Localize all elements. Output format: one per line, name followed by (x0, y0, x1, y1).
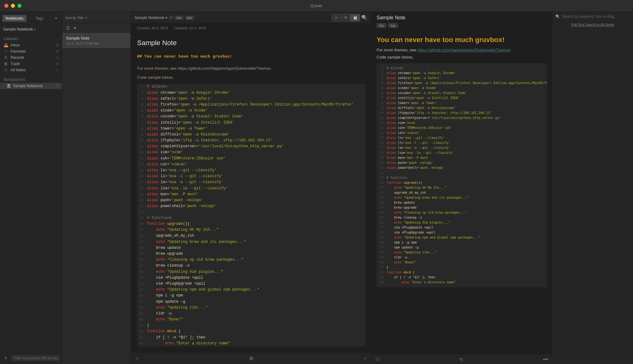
preview-code-line: 33 vim +PlugUpdate +qall (379, 225, 545, 230)
tab-notebooks[interactable]: Notebooks (2, 15, 26, 22)
line-content: function upgrade(){ (147, 221, 365, 227)
app-body: Notebooks Tags + Sample Notebook ▾ LIBRA… (0, 12, 633, 364)
add-notebook-button[interactable]: + (53, 15, 59, 22)
editor-notebook-label: Sample Notebook (135, 16, 164, 20)
more-button[interactable]: ••• (543, 357, 548, 362)
code-line: 39 tldr -u (137, 311, 365, 317)
add-note-button[interactable]: + (2, 355, 9, 362)
line-number: 32 (137, 269, 147, 275)
preview-code-line: 21alias powershell='pwsh -nologo' (379, 165, 545, 170)
right-search-input[interactable] (562, 14, 630, 19)
editor-content[interactable]: Sample Note ## You can never have too mu… (131, 33, 371, 352)
code-line: 29 brew upgrade (137, 251, 365, 257)
close-button[interactable] (4, 4, 8, 8)
preview-code-line: 13alias ssh='TERM=xterm-256color ssh' (379, 125, 545, 130)
nav-prev-button[interactable]: ‹ (134, 354, 140, 362)
sidebar-item-recents[interactable]: ↻ Recents 1 (0, 54, 62, 61)
line-number: 40 (137, 317, 147, 323)
note-list-options-button[interactable]: ▾ (73, 25, 77, 31)
code-line: 20alias pwsh='pwsh -nologo' (137, 197, 365, 203)
code-line: 42function mkcd { (137, 329, 365, 334)
line-content: # aliases (147, 84, 365, 90)
note-item-meta: Jul 4, 2019 🏷 foo, bar (66, 41, 127, 45)
tab-tags[interactable]: Tags (28, 15, 52, 22)
sidebar-search-input[interactable] (12, 355, 59, 361)
preview-code-line: 14alias cat='vimcat' (379, 130, 545, 135)
sidebar-item-recents-label: Recents (11, 55, 54, 60)
preview-code-line: 44 echo "Enter a directory name" (379, 280, 545, 285)
editor-notebook-badge[interactable]: Sample Notebook ▾ (135, 16, 167, 20)
sidebar-header: Notebooks Tags + (0, 12, 62, 25)
preview-code-line: 11alias simplehttpserver='/usr/local/bin… (379, 116, 545, 121)
line-number: 10 (137, 138, 147, 144)
sidebar-item-trash[interactable]: 🗑 Trash 0 (0, 61, 62, 67)
full-text-search-button[interactable]: Full-Text Search in All Notes (552, 21, 633, 28)
preview-code-line: 12alias vim='nvim' (379, 121, 545, 125)
preview-tag-bar[interactable]: bar (388, 23, 398, 28)
line-content: echo "Done!" (147, 317, 365, 323)
preview-plain-text-2: Code sample below, (377, 55, 547, 59)
line-content: echo "Updating brew and its packages..." (147, 239, 365, 245)
code-line: 37 npm update -g (137, 299, 365, 305)
preview-code-line: 19alias man='man -P most' (379, 155, 545, 160)
line-content: alias ls='exa --git --classify' (147, 168, 365, 173)
editor-tag-bar[interactable]: bar (185, 16, 194, 20)
search-button[interactable]: 🔍 (361, 15, 368, 21)
code-line: 2alias chrome='open -a Google\ Chrome' (137, 90, 365, 96)
minimize-button[interactable] (11, 4, 15, 8)
preview-code-line: 24function upgrade(){ (379, 180, 545, 185)
line-content: alias ssh='TERM=xterm-256color ssh' (147, 156, 365, 162)
preview-bottom-bar: ☆ ⎋ ••• (372, 354, 552, 364)
code-line: 36 npm i -g npm (137, 293, 365, 299)
note-item-sample[interactable]: Sample Note Jul 4, 2019 🏷 foo, bar (62, 33, 131, 49)
line-content: vim +PlugUpdate +qall (147, 275, 365, 281)
editor-area: Sample Notebook ▾ 🏷 foo bar ✏ 👁 ▦ 🔍 Crea… (131, 12, 371, 364)
preview-tag-foo[interactable]: foo (377, 23, 386, 28)
line-content: echo "Updating Oh My Zsh..." (147, 227, 365, 233)
star-button[interactable]: ☆ (375, 356, 380, 362)
preview-heading: You can never have too much gruvbox! (377, 36, 547, 44)
editor-tag-foo[interactable]: foo (175, 16, 183, 20)
sidebar-item-allnotes[interactable]: ≡ All Notes 1 (0, 67, 62, 73)
line-content: npm i -g npm (147, 293, 365, 299)
line-content: echo "Updating tldr..." (147, 305, 365, 311)
line-number: 38 (137, 305, 147, 311)
note-list-menu-button[interactable]: ☰ (65, 25, 71, 31)
line-number: 30 (137, 257, 147, 263)
sidebar-bottom: + (0, 352, 62, 364)
sidebar-item-inbox[interactable]: 📥 Inbox 0 (0, 42, 62, 48)
line-content: alias chrome='open -a Google\ Chrome' (147, 90, 365, 96)
cell-options-button[interactable]: ⊞ (249, 355, 253, 361)
preview-link[interactable]: https://github.com/HappenApps/Quiver/wik… (417, 48, 511, 52)
preview-code-line: 15alias ls='exa --git --classify' (379, 135, 545, 140)
preview-code-line: 39 tldr -u (379, 255, 545, 260)
line-content: alias simplehttpserver='/usr/local/bin/p… (147, 144, 365, 149)
note-item-date: Jul 4, 2019 (66, 41, 83, 45)
code-line: 22 (137, 209, 365, 215)
sidebar-item-allnotes-label: All Notes (11, 68, 54, 72)
share-button[interactable]: ⎋ (460, 357, 463, 362)
code-block: 1# aliases2alias chrome='open -a Google\… (137, 84, 365, 347)
line-number: 3 (137, 96, 147, 102)
updated-label: Updated: Jul 4, 2019 (174, 26, 206, 30)
preview-code-line: 31 brew cleanup -s (379, 215, 545, 220)
notebook-selector[interactable]: Sample Notebook ▾ (0, 25, 62, 34)
plain-text-1: For more themes, see https://github.com/… (137, 65, 365, 72)
notebook-item-sample[interactable]: 📓 Sample Notebook 1 (0, 83, 62, 89)
code-line: 35 echo "Updating npm and global npm pac… (137, 287, 365, 293)
code-line: 43 if [ ! -n "$1" ]; then (137, 335, 365, 341)
window-controls (4, 4, 21, 8)
edit-view-button[interactable]: ✏ (332, 14, 341, 21)
code-line: 10alias lftpbyte='lftp -u thatchor, sftp… (137, 138, 365, 144)
nav-next-button[interactable]: › (362, 354, 368, 362)
title-bar: Quiver (0, 0, 633, 12)
editor-notebook-chevron-icon: ▾ (165, 16, 167, 20)
code-line: 5alias xcode='open -a Xcode' (137, 108, 365, 114)
split-view-button[interactable]: ▦ (350, 14, 360, 21)
maximize-button[interactable] (17, 4, 21, 8)
line-number: 33 (137, 275, 147, 281)
sidebar-item-favorites[interactable]: ☆ Favorites 0 (0, 48, 62, 54)
code-line: 17alias la='exa -a --git --classify' (137, 179, 365, 185)
line-number: 4 (137, 102, 147, 108)
preview-view-button[interactable]: 👁 (341, 14, 350, 21)
